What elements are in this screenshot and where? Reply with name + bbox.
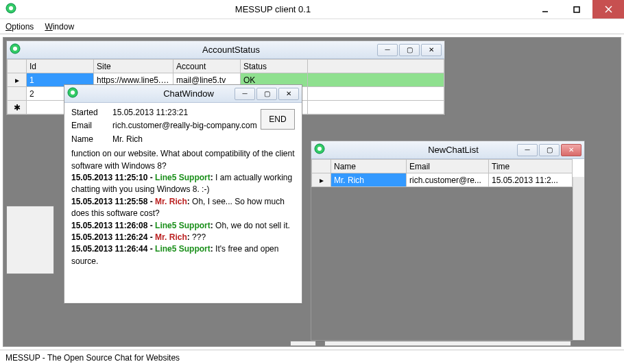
chat-line: 15.05.2013 11:25:58 - Mr. Rich: Oh, I se… (71, 196, 295, 220)
main-title: MESSUP client 0.1 (16, 4, 529, 14)
chat-line: 15.05.2013 11:25:10 - Line5 Support: I a… (71, 172, 295, 196)
col-site[interactable]: Site (94, 60, 173, 73)
close-icon[interactable]: ✕ (421, 44, 442, 56)
maximize-button[interactable] (561, 0, 592, 19)
col-time[interactable]: Time (489, 160, 573, 173)
newchatlist-titlebar[interactable]: NewChatList ─ ▢ ✕ (311, 141, 584, 159)
chat-log: function on our website. What about comp… (71, 148, 295, 267)
panel-edge (324, 341, 571, 346)
col-email[interactable]: Email (407, 160, 489, 173)
svg-rect-3 (574, 7, 579, 12)
col-id[interactable]: Id (27, 60, 94, 73)
status-bar: MESSUP - The Open Source Chat for Websit… (0, 350, 624, 364)
end-button[interactable]: END (261, 109, 295, 130)
panel-edge (6, 206, 54, 274)
chat-line: 15.05.2013 11:26:08 - Line5 Support: Oh,… (71, 220, 295, 232)
app-icon (67, 87, 78, 100)
value-started: 15.05.2013 11:23:21 (112, 107, 261, 119)
app-icon (5, 3, 16, 16)
col-status[interactable]: Status (241, 60, 308, 73)
col-account[interactable]: Account (173, 60, 241, 73)
row-indicator-icon: ▸ (312, 173, 331, 187)
newchatlist-window[interactable]: NewChatList ─ ▢ ✕ Name Email Time ▸ Mr. … (311, 141, 585, 341)
main-titlebar: MESSUP client 0.1 (0, 0, 624, 19)
maximize-icon[interactable]: ▢ (256, 88, 277, 100)
svg-point-9 (71, 90, 75, 95)
menu-bar: Options Window (0, 19, 624, 34)
window-controls (529, 0, 624, 19)
chat-line: function on our website. What about comp… (71, 148, 295, 172)
table-row[interactable]: ▸ Mr. Rich rich.customer@re... 15.05.201… (312, 173, 573, 187)
value-name: Mr. Rich (112, 134, 261, 145)
label-started: Started (71, 107, 112, 119)
chatwindow-window[interactable]: ChatWindow ─ ▢ ✕ Started 15.05.2013 11:2… (64, 84, 302, 304)
col-name[interactable]: Name (331, 160, 407, 173)
chatwindow-titlebar[interactable]: ChatWindow ─ ▢ ✕ (64, 85, 302, 103)
maximize-icon[interactable]: ▢ (539, 144, 560, 156)
minimize-button[interactable] (529, 0, 561, 19)
mdi-area: AccountStatus ─ ▢ ✕ Id Site Account Stat… (3, 37, 621, 347)
new-row-icon: ✱ (8, 101, 27, 114)
close-icon[interactable]: ✕ (561, 144, 581, 156)
svg-point-1 (9, 6, 13, 10)
menu-window[interactable]: Window (45, 22, 74, 32)
svg-point-11 (317, 147, 322, 151)
close-icon[interactable]: ✕ (278, 88, 299, 100)
minimize-icon[interactable]: ─ (517, 144, 538, 156)
app-icon (10, 43, 21, 56)
minimize-icon[interactable]: ─ (377, 44, 398, 56)
chat-line: 15.05.2013 11:26:24 - Mr. Rich: ??? (71, 232, 295, 243)
row-indicator-icon: ▸ (8, 73, 27, 87)
close-button[interactable] (592, 0, 624, 19)
chat-line: 15.05.2013 11:26:44 - Line5 Support: It'… (71, 243, 295, 267)
label-name: Name (71, 134, 112, 145)
accountstatus-titlebar[interactable]: AccountStatus ─ ▢ ✕ (7, 41, 444, 59)
newchatlist-grid[interactable]: Name Email Time ▸ Mr. Rich rich.customer… (311, 159, 573, 187)
scrollbar[interactable] (573, 177, 584, 340)
status-text: MESSUP - The Open Source Chat for Websit… (5, 353, 180, 363)
grid-header-row: Id Site Account Status (8, 60, 444, 73)
value-email: rich.customer@really-big-company.com (112, 120, 261, 132)
svg-point-7 (13, 47, 17, 51)
panel-edge (290, 341, 316, 346)
minimize-icon[interactable]: ─ (235, 88, 255, 100)
app-icon (314, 143, 325, 156)
maximize-icon[interactable]: ▢ (399, 44, 420, 56)
menu-options[interactable]: Options (5, 22, 34, 32)
label-email: Email (71, 120, 112, 132)
grid-header-row: Name Email Time (312, 160, 573, 173)
